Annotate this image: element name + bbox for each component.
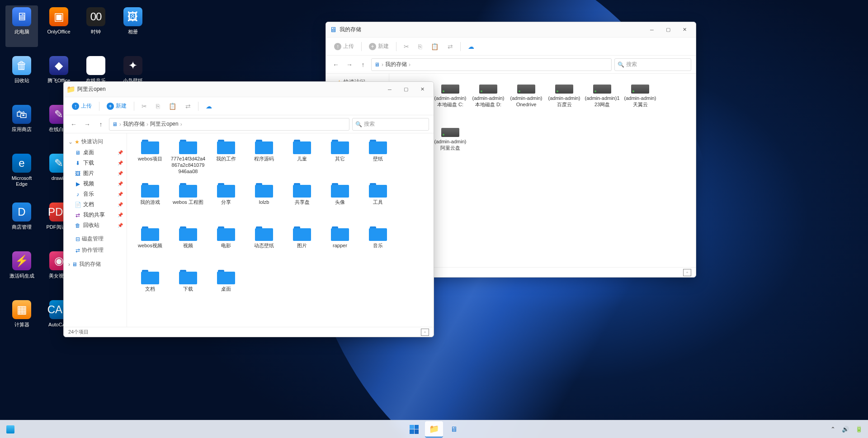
sidebar-quick-access[interactable]: ⌄★快速访问 (64, 136, 127, 147)
folder-我的游戏[interactable]: 我的游戏 (132, 181, 169, 222)
sidebar-item-我的共享[interactable]: ⇄我的共享📌 (64, 210, 127, 220)
nav-forward[interactable]: → (82, 119, 93, 130)
view-toggle[interactable]: ▫ (421, 329, 429, 336)
desktop-icon-相册[interactable]: 🖼相册 (117, 5, 149, 47)
desktop-icon-商店管理[interactable]: D商店管理 (5, 201, 38, 242)
rename-icon[interactable]: ⇄ (444, 41, 457, 52)
nav-up[interactable]: ↑ (95, 119, 106, 130)
folder-壁纸[interactable]: 壁纸 (359, 138, 396, 179)
sidebar-item-视频[interactable]: ▶视频📌 (64, 179, 127, 189)
desktop-icon-Microsoft Edge[interactable]: eMicrosoft Edge (5, 152, 38, 193)
search-input[interactable]: 🔍搜索 (352, 118, 429, 131)
maximize-button[interactable]: ▢ (660, 24, 676, 36)
drive-item[interactable]: (admin-admin)123网盘 (584, 78, 621, 119)
folder-文档[interactable]: 文档 (132, 268, 169, 309)
sidebar-item-文档[interactable]: 📄文档📌 (64, 199, 127, 210)
drive-item[interactable]: (admin-admin)阿里云盘 (432, 122, 469, 162)
folder-分享[interactable]: 分享 (208, 181, 245, 222)
cloud-icon[interactable]: ☁ (464, 41, 478, 52)
sidebar-item-回收站[interactable]: 🗑回收站📌 (64, 220, 127, 231)
close-button[interactable]: ✕ (415, 83, 430, 96)
desktop-icon-激活码生成[interactable]: ⚡激活码生成 (5, 250, 38, 291)
maximize-button[interactable]: ▢ (398, 83, 414, 96)
new-button[interactable]: +新建 (103, 100, 130, 112)
folder-音乐[interactable]: 音乐 (359, 225, 396, 265)
paste-icon[interactable]: 📋 (165, 101, 180, 112)
rename-icon[interactable]: ⇄ (182, 101, 194, 112)
drive-item[interactable]: (admin-admin)百度云 (546, 78, 583, 119)
drive-item[interactable]: (admin-admin)本地磁盘 D: (470, 78, 507, 119)
drive-item[interactable]: (admin-admin)天翼云 (622, 78, 659, 119)
content-area[interactable]: 👤(admin-admin)本地磁盘 C:(admin-admin)本地磁盘 D… (389, 74, 696, 267)
breadcrumb[interactable]: 🖥› 我的存储› (371, 58, 612, 71)
taskbar[interactable]: 📁 🖥 ⌃ 🔊 🔋 (0, 420, 868, 438)
desktop-icon-应用商店[interactable]: 🛍应用商店 (5, 103, 38, 145)
sidebar-item-音乐[interactable]: ♪音乐📌 (64, 189, 127, 199)
nav-back[interactable]: ← (68, 119, 79, 130)
folder-电影[interactable]: 电影 (208, 225, 245, 265)
folder-webos视频[interactable]: webos视频 (132, 225, 169, 265)
taskbar-logo[interactable] (6, 425, 14, 433)
sidebar-item-下载[interactable]: ⬇下载📌 (64, 158, 127, 168)
start-button[interactable] (405, 421, 423, 438)
folder-儿童[interactable]: 儿童 (283, 138, 321, 179)
folder-下载[interactable]: 下载 (170, 268, 207, 309)
system-tray[interactable]: ⌃ 🔊 🔋 (830, 426, 863, 433)
search-input[interactable]: 🔍搜索 (614, 58, 691, 71)
desktop-icon-此电脑[interactable]: 🖥此电脑 (5, 5, 38, 47)
folder-rapper[interactable]: rapper (321, 225, 359, 265)
folder-我的工作[interactable]: 我的工作 (208, 138, 245, 179)
nav-up[interactable]: ↑ (358, 59, 368, 70)
new-button[interactable]: +新建 (365, 41, 392, 52)
folder-视频[interactable]: 视频 (170, 225, 207, 265)
breadcrumb[interactable]: 🖥› 我的存储› 阿里云open› (109, 118, 349, 131)
cut-icon[interactable]: ✂ (400, 41, 413, 52)
folder-lolzb[interactable]: lolzb (245, 181, 283, 222)
desktop-icon-回收站[interactable]: 🗑回收站 (5, 54, 38, 96)
sidebar-disk-mgmt[interactable]: ⊟磁盘管理 (64, 233, 127, 245)
folder-共享盘[interactable]: 共享盘 (283, 181, 321, 222)
paste-icon[interactable]: 📋 (427, 41, 442, 52)
sidebar-item-桌面[interactable]: 🖥桌面📌 (64, 147, 127, 158)
desktop[interactable]: 🖥此电脑▣OnlyOffice00时钟🖼相册🗑回收站◆腾飞Office♪在线音乐… (0, 0, 868, 438)
minimize-button[interactable]: ─ (644, 24, 660, 36)
sidebar-mystorage[interactable]: ›🖥我的存储 (64, 259, 127, 270)
folder-动态壁纸[interactable]: 动态壁纸 (245, 225, 283, 265)
folder-程序源码[interactable]: 程序源码 (245, 138, 283, 179)
upload-button[interactable]: ↑上传 (330, 41, 358, 52)
content-area[interactable]: webos项目777e14f3d42a4867a2c841079946aa08我… (127, 133, 434, 327)
minimize-button[interactable]: ─ (382, 83, 397, 96)
desktop-icon-时钟[interactable]: 00时钟 (80, 5, 112, 47)
copy-icon[interactable]: ⎘ (415, 41, 425, 52)
drive-item[interactable]: (admin-admin)本地磁盘 C: (432, 78, 469, 119)
desktop-icon-计算器[interactable]: ▦计算器 (5, 298, 38, 340)
sidebar-collab[interactable]: ⇄协作管理 (64, 245, 127, 256)
sidebar-item-图片[interactable]: 🖼图片📌 (64, 168, 127, 179)
titlebar[interactable]: 🖥 我的存储 ─ ▢ ✕ (326, 22, 696, 38)
cloud-icon[interactable]: ☁ (202, 101, 216, 112)
copy-icon[interactable]: ⎘ (152, 101, 163, 112)
folder-webos 工程图[interactable]: webos 工程图 (170, 181, 207, 222)
folder-桌面[interactable]: 桌面 (208, 268, 245, 309)
desktop-icon-OnlyOffice[interactable]: ▣OnlyOffice (42, 5, 75, 47)
folder-工具[interactable]: 工具 (359, 181, 396, 222)
folder-图片[interactable]: 图片 (283, 225, 321, 265)
upload-button[interactable]: ↑上传 (68, 100, 95, 112)
window-aliyun-open[interactable]: 📁 阿里云open ─ ▢ ✕ ↑上传 +新建 ✂ ⎘ 📋 ⇄ ☁ ← → ↑ (63, 81, 434, 337)
titlebar[interactable]: 📁 阿里云open ─ ▢ ✕ (64, 82, 434, 97)
close-button[interactable]: ✕ (677, 24, 692, 36)
drive-item[interactable]: (admin-admin)Onedrive (508, 78, 545, 119)
folder-头像[interactable]: 头像 (321, 181, 359, 222)
battery-icon[interactable]: 🔋 (855, 426, 863, 433)
taskbar-pc[interactable]: 🖥 (445, 421, 463, 438)
volume-icon[interactable]: 🔊 (842, 426, 849, 433)
wifi-icon[interactable]: ⌃ (830, 426, 835, 433)
cut-icon[interactable]: ✂ (138, 101, 151, 112)
folder-777e14f3d42a4867a2c841079946aa08[interactable]: 777e14f3d42a4867a2c841079946aa08 (170, 138, 207, 179)
view-toggle[interactable]: ▫ (683, 269, 691, 276)
folder-webos项目[interactable]: webos项目 (132, 138, 169, 179)
folder-其它[interactable]: 其它 (321, 138, 359, 179)
nav-back[interactable]: ← (330, 59, 341, 70)
nav-forward[interactable]: → (344, 59, 355, 70)
taskbar-explorer[interactable]: 📁 (425, 421, 443, 438)
